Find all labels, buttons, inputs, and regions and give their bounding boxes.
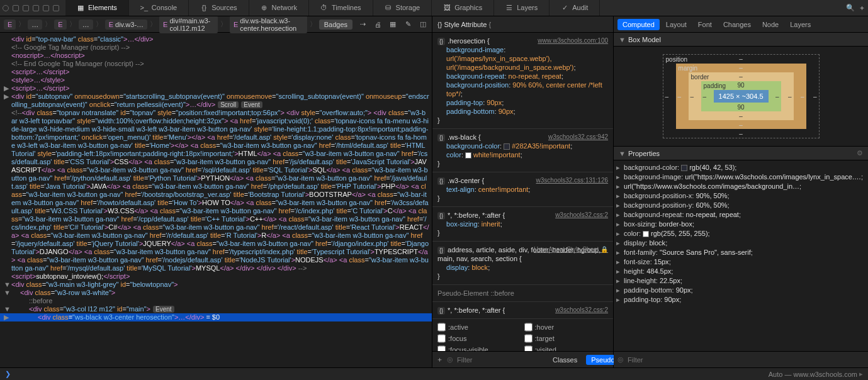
close-dot[interactable] <box>3 5 9 11</box>
tab-icon: ⛁ <box>385 4 392 11</box>
layout-icon[interactable] <box>33 5 39 11</box>
right-tab-computed[interactable]: Computed <box>617 19 660 30</box>
rule-source-link[interactable]: User Agent Style Sheet 🔒 <box>534 245 608 254</box>
dom-line[interactable]: ▶<div class="ws-black w3-center herosect… <box>0 313 432 321</box>
paint-icon[interactable]: ▦ <box>388 20 398 30</box>
search-icon[interactable]: 🔍 <box>846 4 855 12</box>
badges-button[interactable]: Badges <box>319 20 352 30</box>
pseudo-visited[interactable]: :visited <box>524 345 609 351</box>
css-rule[interactable]: {}*, *:before, *:after {w3schools32.css:… <box>432 302 613 319</box>
pseudo-target[interactable]: :target <box>524 334 609 343</box>
tab-audit[interactable]: ✓Audit <box>550 0 600 16</box>
computed-property[interactable]: ▸background-position-x: 90%, 50%; <box>614 191 868 201</box>
computed-property[interactable]: ▸background-image: url("https://www.w3sc… <box>614 172 868 182</box>
compose-icon[interactable]: ✎ <box>403 20 413 30</box>
computed-property[interactable]: ▸background-color: rgb(40, 42, 53); <box>614 163 868 172</box>
css-rule[interactable]: {}*, *:before, *:after {w3schools32.css:… <box>432 207 613 242</box>
layout-icon[interactable] <box>43 5 49 11</box>
console-prompt-icon[interactable]: ❯ <box>5 370 11 378</box>
pseudo-active[interactable]: :active <box>437 323 522 332</box>
dom-line[interactable]: <!-- Google Tag Manager (noscript) --> <box>0 43 432 52</box>
dom-line[interactable]: ▶<script>…</script> <box>0 84 432 92</box>
pseudo-focus[interactable]: :focus <box>437 334 522 343</box>
dom-line[interactable]: ▶<div id="subtopnav" onmousedown="starts… <box>0 92 432 109</box>
dom-line[interactable]: <script>subtopnav_intoview();</script> <box>0 272 432 281</box>
dom-line[interactable]: <div id="top-nav-bar" class="classic">…<… <box>0 35 432 43</box>
css-rule[interactable]: {}.herosection {www.w3schools.com:100bac… <box>432 33 613 129</box>
computed-property[interactable]: ▸height: 484.5px; <box>614 267 868 276</box>
pseudo-focus-visible[interactable]: :focus-visible <box>437 345 522 351</box>
dom-line[interactable]: <script>…</script> <box>0 68 432 76</box>
dom-line[interactable]: <style>…</style> <box>0 76 432 84</box>
tab-storage[interactable]: ⛁Storage <box>373 0 432 16</box>
tab-icon: ▦ <box>77 4 84 11</box>
classes-toggle[interactable]: Classes <box>548 355 582 365</box>
properties-list[interactable]: ▸background-color: rgb(40, 42, 53);▸back… <box>614 160 868 351</box>
breadcrumb-item[interactable]: E div.ws-black.w3-center.herosection <box>230 16 307 33</box>
css-rule[interactable]: {}address, article, aside, div, footer, … <box>432 242 613 285</box>
properties-header[interactable]: ▼Properties⚙ <box>614 147 868 160</box>
computed-property[interactable]: ▸display: block; <box>614 238 868 248</box>
computed-property[interactable]: ▸font-family: "Source Sans Pro", sans-se… <box>614 248 868 257</box>
breadcrumb-item[interactable]: E div#main.w3-col.l12.m12 <box>159 16 218 33</box>
rule-source-link[interactable]: w3schools32.css:942 <box>548 133 608 142</box>
right-tab-changes[interactable]: Changes <box>718 19 756 30</box>
computed-property[interactable]: ▸padding-top: 90px; <box>614 295 868 305</box>
add-rule-button[interactable]: ＋ <box>436 355 443 364</box>
computed-property[interactable]: ▸padding-bottom: 90px; <box>614 286 868 295</box>
css-rule[interactable]: {}.ws-black {w3schools32.css:942backgrou… <box>432 129 613 172</box>
right-tab-layout[interactable]: Layout <box>661 19 692 30</box>
filter-input[interactable] <box>457 356 544 364</box>
layout-icon[interactable] <box>53 5 59 11</box>
top-tabbar: ▦Elements>_Console{}Sources⊕Network⏱Time… <box>65 0 842 16</box>
layout-icon[interactable] <box>13 5 19 11</box>
right-tab-node[interactable]: Node <box>757 19 784 30</box>
tab-graphics[interactable]: 🖼Graphics <box>432 0 494 16</box>
sidebar-icon[interactable]: ◫ <box>418 20 428 30</box>
computed-property[interactable]: ▸background-position-y: 60%, 50%; <box>614 201 868 210</box>
right-tab-font[interactable]: Font <box>693 19 717 30</box>
tab-console[interactable]: >_Console <box>129 0 189 16</box>
dom-line[interactable]: ▼<div class="w3-col l12 m12" id="main">E… <box>0 305 432 313</box>
window-controls[interactable] <box>3 5 59 11</box>
breadcrumb-item[interactable]: … <box>28 20 42 30</box>
breadcrumb-item[interactable]: E <box>54 20 66 30</box>
css-rule[interactable]: {}.w3-center {w3schools32.css:131:126tex… <box>432 172 613 207</box>
pseudo-header: Pseudo-Element ::before <box>432 285 613 302</box>
computed-property[interactable]: ▸font-size: 15px; <box>614 257 868 267</box>
filter-icon: ◎ <box>447 355 453 364</box>
print-icon[interactable]: 🖨 <box>373 20 383 30</box>
computed-property[interactable]: ▸color: rgb(255, 255, 255); <box>614 229 868 238</box>
breadcrumb-item[interactable]: E <box>4 20 16 30</box>
plus-icon[interactable]: ＋ <box>859 3 865 13</box>
computed-property[interactable]: ▸line-height: 22.5px; <box>614 276 868 286</box>
tab-timelines[interactable]: ⏱Timelines <box>309 0 373 16</box>
breadcrumb-item[interactable]: E div.w3-… <box>105 20 147 30</box>
tab-sources[interactable]: {}Sources <box>189 0 249 16</box>
settings-icon[interactable]: ⚙ <box>857 149 863 157</box>
computed-property[interactable]: ▸url("https://www.w3schools.com/images/b… <box>614 182 868 191</box>
right-tab-layers[interactable]: Layers <box>785 19 816 30</box>
pseudo-hover[interactable]: :hover <box>524 323 609 332</box>
dom-line[interactable]: ▼<div class="w3-main w3-light-grey" id="… <box>0 281 432 289</box>
tab-elements[interactable]: ▦Elements <box>65 0 129 16</box>
computed-property[interactable]: ▸background-repeat: no-repeat, repeat; <box>614 210 868 220</box>
box-model-header[interactable]: ▼Box Model <box>614 33 868 47</box>
properties-filter-input[interactable] <box>628 356 864 364</box>
dom-line[interactable]: <noscript>…</noscript> <box>0 52 432 60</box>
layout-icon[interactable] <box>23 5 29 11</box>
rule-source-link[interactable]: w3schools32.css:131:126 <box>536 176 609 185</box>
rule-source-link[interactable]: www.w3schools.com:100 <box>538 36 608 45</box>
dom-line[interactable]: ::before <box>0 297 432 305</box>
tree-icon[interactable]: ⇢ <box>358 20 368 30</box>
dom-line[interactable]: <!-- End Google Tag Manager (noscript) -… <box>0 60 432 68</box>
breadcrumb-item[interactable]: … <box>79 20 93 30</box>
computed-property[interactable]: ▸box-sizing: border-box; <box>614 220 868 229</box>
dom-line[interactable]: ▼<div class="w3-row w3-white"> <box>0 289 432 297</box>
tab-layers[interactable]: ☰Layers <box>494 0 550 16</box>
tab-network[interactable]: ⊕Network <box>249 0 309 16</box>
rule-source-link[interactable]: w3schools32.css:2 <box>555 211 608 220</box>
dom-tree[interactable]: <div id="top-nav-bar" class="classic">…<… <box>0 33 432 367</box>
styles-rules[interactable]: {}.herosection {www.w3schools.com:100bac… <box>432 33 613 351</box>
dom-line[interactable]: <!--<div class="topnav notranslate" id="… <box>0 109 432 272</box>
